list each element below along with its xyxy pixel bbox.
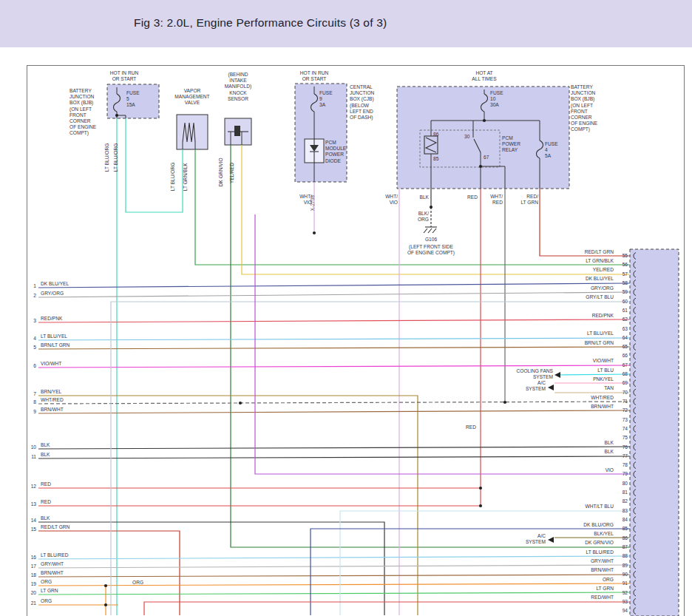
pin-label-90: BRN/WHT [553,567,614,573]
pin-number-57: 57 [616,271,628,277]
row-label-19: ORG [41,579,52,585]
row-label-14: BLK [41,515,50,521]
row-label-10: BLK [41,442,50,448]
pin-label-87: DK GRN/VIO [553,540,614,546]
fuse9-label: FUSE 9 3A [319,90,333,109]
pin-number-74: 74 [616,426,628,432]
row-number-16: 16 [27,555,36,561]
pin-number-58: 58 [616,280,628,286]
pin-number-83: 83 [616,508,628,514]
row-number-20: 20 [27,590,36,596]
pcm-connector-block [630,249,679,616]
row-number-14: 14 [27,518,36,524]
pin-label-68: LT BLU [553,368,614,373]
pin-label-71: WHT/RED [553,395,614,401]
ground-location: (LEFT FRONT SIDE OF ENGINE COMPT) [396,244,466,256]
pin-label-57: YEL/RED [553,267,614,273]
pin-label-85: DK BLU/ORG [553,522,614,528]
row-number-18: 18 [27,572,36,578]
pin-label-89: GRY/WHT [553,558,614,564]
row-number-12: 12 [27,484,36,490]
fuse10-label: FUSE 10 30A [490,90,503,109]
pin-label-64: LT BLU/YEL [553,331,614,336]
splice-dot [104,584,107,587]
relay-pin-30: 30 [464,134,469,140]
pin-label-65: BRN/LT GRN [553,340,614,346]
pin-number-82: 82 [616,498,628,504]
splice-dot [479,165,482,168]
pin-label-92: LT GRN [553,586,614,592]
pin-number-89: 89 [616,563,628,569]
pin-number-92: 92 [616,590,628,596]
row-label-1: DK BLU/YEL [41,281,69,287]
pin-number-69: 69 [616,380,628,386]
splice-dot [479,487,482,490]
row-label-2: GRY/ORG [41,291,64,297]
cjb-label: CENTRAL JUNCTION BOX (CJB) (BELOW LEFT E… [350,84,384,121]
row-number-15: 15 [27,527,36,532]
row-number-17: 17 [27,563,36,569]
relay-pin-85: 85 [433,156,438,162]
row-number-1: 1 [27,283,36,289]
splice-dot [104,603,107,606]
cooling-fans-annotation: COOLING FANS SYSTEM [507,368,553,380]
row-label-7: BRN/YEL [41,389,61,395]
power-label-cjb: HOT IN RUN OR START [288,70,340,82]
pin-label-60: GRY/LT BLU [553,294,614,300]
pin-number-77: 77 [616,453,628,459]
pin-label-88: LT BLU/RED [553,549,614,555]
row-number-4: 4 [27,336,36,342]
pin-number-67: 67 [616,362,628,368]
pin-number-70: 70 [616,390,628,396]
pin-number-78: 78 [616,462,628,468]
diode-label: PCM MODULE POWER DIODE [325,140,346,164]
pin-label-67: VIO/WHT [553,358,614,364]
pin-number-73: 73 [616,417,628,423]
wire-label-wht-vio-a: WHT/ VIO [293,194,312,206]
wire-label-red: RED [463,194,478,200]
knock-element-icon [234,126,240,136]
fuse5-label: FUSE 5 15A [126,90,140,109]
row-number-7: 7 [27,391,36,397]
row-label-13: RED [41,499,51,505]
pin-number-72: 72 [616,407,628,413]
row-label-17: GRY/WHT [41,561,64,567]
splice-dot [483,119,486,122]
pin-number-91: 91 [616,581,628,586]
row-number-21: 21 [27,600,36,606]
splice-dot [313,231,316,234]
row-label-3: RED/PNK [41,316,62,322]
wire-label-lt-blu-org-a: LT BLU/ORG [104,143,110,172]
splice-dot [479,504,482,507]
pin-number-56: 56 [616,262,628,268]
wire-label-lt-blu-org-b: LT BLU/ORG [113,143,119,172]
pin-number-81: 81 [616,490,628,495]
fuse4-label: FUSE 4 5A [545,141,558,160]
row-label-21: ORG [41,598,52,604]
pin-number-64: 64 [616,335,628,341]
wire-label-red-mid: RED [461,424,476,430]
knock-sensor-label: (BEHIND INTAKE MANIFOLD) KNOCK SENSOR [219,72,257,102]
bjb-left-label: BATTERY JUNCTION BOX (BJB) (ON LEFT FRON… [69,88,105,137]
row-number-11: 11 [27,454,36,460]
relay-pin-67: 67 [484,155,489,160]
ac-system-annotation-lower: A/C SYSTEM [516,533,546,545]
pin-label-62: RED/PNK [553,313,614,319]
pin-label-58: DK BLU/YEL [553,276,614,282]
pin-number-62: 62 [616,317,628,322]
row-number-3: 3 [27,318,36,324]
pin-number-63: 63 [616,326,628,332]
pin-number-60: 60 [616,299,628,305]
pin-number-75: 75 [616,435,628,441]
wire-label-dk-grn-vio: DK GRN/VIO [218,158,224,186]
pin-number-65: 65 [616,344,628,350]
wire-label-org-mid: ORG [132,580,143,586]
bjb-right-box [397,87,569,189]
row-label-8: WHT/RED [41,397,64,403]
wiring-diagram-page: Fig 3: 2.0L, Engine Performance Circuits… [0,0,692,616]
wire-label-blk: BLK [413,194,429,200]
pin-label-79: VIO [553,467,614,473]
ground-id: G106 [418,237,444,243]
row-label-15: RED/LT GRN [41,524,69,530]
row-number-13: 13 [27,501,36,507]
